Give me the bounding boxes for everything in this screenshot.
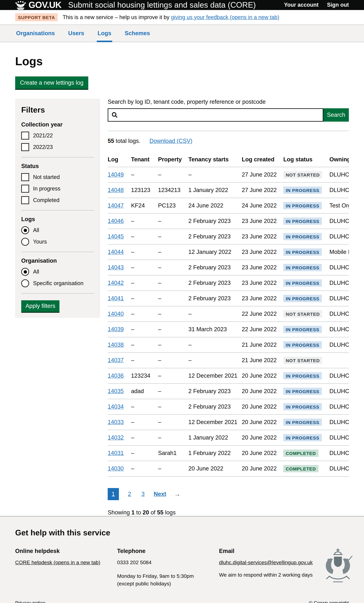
checkbox-2022-23[interactable]: 2022/23 (21, 143, 94, 151)
pagination-page-1[interactable]: 1 (108, 488, 119, 500)
your-account-link[interactable]: Your account (284, 2, 318, 8)
radio-label: Specific organisation (33, 280, 83, 287)
log-id-link[interactable]: 14049 (108, 171, 124, 178)
checkbox-label: 2022/23 (33, 144, 53, 150)
log-id-link[interactable]: 14036 (108, 372, 124, 379)
cell-log-created: 22 June 2022 (242, 311, 277, 317)
cell-property: – (158, 280, 161, 286)
log-id-link[interactable]: 14033 (108, 419, 124, 425)
radio-organisation-specific[interactable]: Specific organisation (21, 279, 94, 287)
log-id-link[interactable]: 14041 (108, 295, 124, 302)
cell-tenancy-starts: 2 February 2023 (188, 403, 231, 410)
log-id-link[interactable]: 14047 (108, 202, 124, 209)
nav-item-organisations[interactable]: Organisations (15, 25, 56, 42)
feedback-link[interactable]: giving us your feedback (opens in a new … (171, 14, 279, 20)
status-badge: In progress (283, 418, 322, 426)
cell-tenancy-starts: 2 February 2023 (188, 233, 231, 240)
radio-circle[interactable] (21, 279, 29, 287)
pagination-next[interactable]: Next (154, 491, 166, 498)
cell-tenant: 123234 (131, 372, 150, 379)
cell-log-created: 24 June 2022 (242, 202, 277, 209)
log-id-link[interactable]: 14039 (108, 326, 124, 332)
radio-circle[interactable] (21, 226, 29, 234)
cell-tenant: – (131, 264, 134, 271)
cell-owning-org: DLUHC Tes (329, 233, 349, 240)
checkbox-box[interactable] (21, 173, 29, 181)
govuk-logotype[interactable]: GOV.UK (28, 0, 62, 10)
log-id-link[interactable]: 14038 (108, 342, 124, 348)
radio-logs-yours[interactable]: Yours (21, 238, 94, 246)
checkbox-box[interactable] (21, 132, 29, 139)
search-input[interactable] (120, 109, 323, 121)
cell-tenant: – (131, 280, 134, 286)
cell-log-created: 20 June 2022 (242, 419, 277, 425)
cell-tenancy-starts: – (188, 357, 192, 363)
radio-logs-all[interactable]: All (21, 226, 94, 234)
email-link[interactable]: dluhc.digital-services@levellingup.gov.u… (219, 560, 313, 565)
radio-circle[interactable] (21, 268, 29, 276)
log-id-link[interactable]: 14031 (108, 450, 124, 456)
radio-circle[interactable] (21, 238, 29, 246)
cell-owning-org: DLUHC Tes (329, 465, 349, 472)
cell-property: – (158, 295, 161, 302)
checkbox-box[interactable] (21, 143, 29, 151)
checkbox-box[interactable] (21, 196, 29, 204)
apply-filters-button[interactable]: Apply filters (21, 300, 59, 312)
checkbox-in-progress[interactable]: In progress (21, 185, 94, 193)
log-id-link[interactable]: 14030 (108, 465, 124, 472)
telephone-hours-note: (except public holidays) (117, 580, 211, 588)
cell-owning-org: DLUHC Tes (329, 372, 349, 379)
log-id-link[interactable]: 14035 (108, 388, 124, 394)
pagination-page-2[interactable]: 2 (127, 488, 132, 500)
radio-organisation-all[interactable]: All (21, 268, 94, 276)
results-section: Search by log ID, tenant code, property … (108, 99, 349, 516)
checkbox-not-started[interactable]: Not started (21, 173, 94, 181)
create-lettings-log-button[interactable]: Create a new lettings log (15, 76, 88, 89)
log-id-link[interactable]: 14032 (108, 434, 124, 441)
nav-item-users[interactable]: Users (67, 25, 85, 42)
checkbox-2021-22[interactable]: 2021/22 (21, 132, 94, 139)
log-id-link[interactable]: 14044 (108, 249, 124, 255)
checkbox-box[interactable] (21, 185, 29, 193)
status-badge: Not started (283, 171, 322, 178)
cell-owning-org: DLUHC Tes (329, 388, 349, 394)
log-id-link[interactable]: 14048 (108, 187, 124, 193)
pagination-page-3[interactable]: 3 (140, 488, 146, 500)
sign-out-link[interactable]: Sign out (327, 2, 349, 8)
log-id-link[interactable]: 14045 (108, 233, 124, 240)
cell-tenancy-starts: 1 February 2022 (188, 450, 231, 456)
log-id-link[interactable]: 14043 (108, 264, 124, 271)
filter-group-label: Status (21, 163, 94, 170)
status-badge: In progress (283, 372, 322, 380)
cell-log-created: 23 June 2022 (242, 249, 277, 255)
page-title: Logs (15, 55, 349, 68)
search-input-wrap (108, 108, 323, 122)
cell-tenancy-starts: 24 June 2022 (188, 202, 223, 209)
cell-tenancy-starts: 2 February 2023 (188, 388, 231, 394)
search-button[interactable]: Search (323, 108, 349, 122)
log-id-link[interactable]: 14042 (108, 280, 124, 286)
filter-group-organisation: Organisation All Specific organisation (21, 257, 94, 287)
showing-text: Showing (108, 509, 131, 516)
cell-log-created: 20 June 2022 (242, 465, 277, 472)
status-badge: In progress (283, 341, 322, 348)
filter-group-label: Collection year (21, 121, 94, 128)
log-id-link[interactable]: 14037 (108, 357, 124, 363)
cell-log-created: 20 June 2022 (242, 388, 277, 394)
download-csv-link[interactable]: Download (CSV) (150, 138, 192, 144)
nav-item-logs[interactable]: Logs (97, 25, 112, 42)
cell-property: – (158, 326, 161, 332)
log-id-link[interactable]: 14040 (108, 311, 124, 317)
core-helpdesk-link[interactable]: CORE helpdesk (opens in a new tab) (15, 560, 100, 565)
results-meta: 55 total logs.Download (CSV) (108, 138, 349, 144)
table-row: 14046––2 February 202323 June 2022In pro… (108, 213, 349, 229)
crown-copyright-link[interactable]: © Crown copyright (309, 600, 349, 603)
checkbox-completed[interactable]: Completed (21, 196, 94, 204)
service-name-link[interactable]: Submit social housing lettings and sales… (68, 0, 256, 10)
log-id-link[interactable]: 14046 (108, 218, 124, 224)
nav-item-schemes[interactable]: Schemes (124, 25, 151, 42)
privacy-notice-link[interactable]: Privacy notice (15, 600, 45, 603)
cell-owning-org: DLUHC Tes (329, 419, 349, 425)
col-header-log-created: Log created (242, 152, 283, 167)
log-id-link[interactable]: 14034 (108, 403, 124, 410)
